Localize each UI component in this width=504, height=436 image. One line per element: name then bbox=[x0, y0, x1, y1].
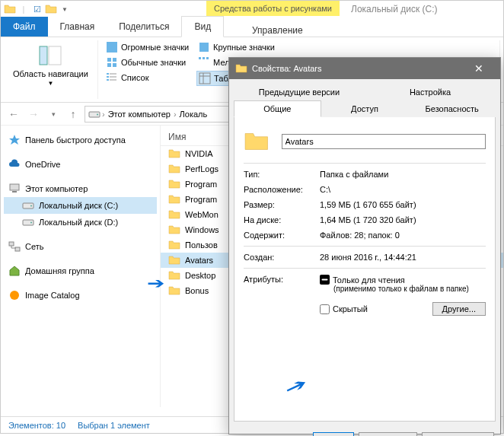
tree-quick-access[interactable]: Панель быстрого доступа bbox=[4, 132, 157, 148]
qat-sep: | bbox=[18, 3, 30, 15]
size-on-disk-label: На диске: bbox=[244, 215, 320, 224]
created-value: 28 июня 2016 г., 14:44:21 bbox=[320, 253, 486, 262]
folder-name-input[interactable] bbox=[282, 134, 486, 149]
tree-image-catalog[interactable]: Image Catalog bbox=[4, 287, 157, 304]
svg-rect-19 bbox=[110, 79, 116, 81]
tree-this-pc[interactable]: Этот компьютер bbox=[4, 180, 157, 197]
folder-icon bbox=[168, 239, 180, 251]
app-icon bbox=[4, 3, 16, 15]
file-name: Desktop bbox=[185, 271, 215, 280]
up-button[interactable]: ↑ bbox=[65, 106, 81, 123]
file-name: Пользов bbox=[185, 240, 218, 250]
tree-drive-c[interactable]: Локальный диск (C:) bbox=[4, 197, 157, 214]
location-value: C:\ bbox=[320, 185, 486, 194]
cancel-button[interactable]: Отмена bbox=[359, 432, 417, 436]
nav-pane-label: Область навигации bbox=[13, 69, 88, 78]
tab-manage[interactable]: Управление bbox=[237, 21, 318, 40]
view-normal[interactable]: Обычные значки bbox=[104, 56, 190, 69]
view-huge[interactable]: Огромные значки bbox=[104, 40, 190, 54]
dialog-titlebar: Свойства: Avatars ✕ bbox=[229, 58, 500, 79]
svg-rect-23 bbox=[206, 57, 209, 59]
hidden-label: Скрытый bbox=[333, 304, 368, 313]
type-label: Тип: bbox=[244, 170, 320, 179]
nav-pane-button[interactable]: Область навигации ▼ bbox=[10, 40, 91, 90]
recent-button[interactable]: ▾ bbox=[45, 106, 62, 123]
svg-rect-20 bbox=[199, 43, 209, 52]
tab-view[interactable]: Вид bbox=[181, 16, 224, 37]
file-name: Windows bbox=[185, 225, 219, 234]
folder-icon bbox=[168, 178, 180, 190]
svg-rect-21 bbox=[199, 57, 201, 59]
created-label: Создан: bbox=[244, 253, 320, 262]
folder-icon bbox=[168, 193, 180, 205]
svg-rect-22 bbox=[203, 57, 205, 59]
contains-value: Файлов: 28; папок: 0 bbox=[320, 231, 486, 240]
size-value: 1,59 МБ (1 670 655 байт) bbox=[320, 200, 486, 209]
window-title: Локальный диск (C:) bbox=[351, 4, 438, 14]
tab-file[interactable]: Файл bbox=[1, 17, 48, 37]
contextual-tab-label: Средства работы с рисунками bbox=[206, 1, 340, 16]
svg-rect-24 bbox=[199, 73, 210, 84]
close-button[interactable]: ✕ bbox=[464, 58, 494, 79]
hidden-checkbox[interactable] bbox=[320, 304, 330, 314]
tab-customize[interactable]: Настройка bbox=[365, 84, 496, 100]
tree-homegroup[interactable]: Домашняя группа bbox=[4, 263, 157, 279]
file-name: Avatars bbox=[185, 256, 213, 265]
svg-rect-17 bbox=[110, 73, 116, 75]
tab-general[interactable]: Общие bbox=[234, 100, 321, 117]
crumb-pc[interactable]: Этот компьютер bbox=[107, 110, 172, 119]
svg-rect-10 bbox=[107, 58, 111, 62]
tab-sharing[interactable]: Доступ bbox=[321, 100, 409, 117]
qat-folder-icon[interactable] bbox=[45, 3, 57, 15]
file-name: WebMon bbox=[185, 210, 219, 219]
svg-rect-15 bbox=[107, 76, 109, 78]
view-large[interactable]: Крупные значки bbox=[196, 40, 276, 54]
file-name: Bonus bbox=[185, 286, 209, 295]
svg-rect-18 bbox=[110, 76, 116, 78]
svg-rect-8 bbox=[49, 46, 61, 65]
tab-home[interactable]: Главная bbox=[48, 17, 107, 37]
file-name: NVIDIA bbox=[185, 149, 213, 158]
attributes-label: Атрибуты: bbox=[244, 275, 320, 284]
back-button[interactable]: ← bbox=[5, 106, 22, 123]
tree-network[interactable]: Сеть bbox=[4, 238, 157, 255]
dialog-title: Свойства: Avatars bbox=[252, 64, 322, 73]
folder-icon bbox=[168, 148, 180, 160]
file-name: PerfLogs bbox=[185, 164, 219, 173]
dialog-buttons: OK Отмена Применить bbox=[229, 426, 500, 436]
svg-rect-7 bbox=[40, 46, 47, 65]
chevron-right-icon: › bbox=[102, 110, 105, 119]
nav-tree: Панель быстрого доступа OneDrive Этот ко… bbox=[1, 126, 161, 407]
dialog-body: Тип:Папка с файлами Расположение:C:\ Раз… bbox=[234, 117, 496, 422]
status-selected: Выбран 1 элемент bbox=[78, 421, 150, 430]
svg-rect-16 bbox=[107, 79, 109, 81]
advanced-button[interactable]: Другие... bbox=[432, 302, 486, 316]
folder-icon bbox=[244, 126, 270, 157]
ok-button[interactable]: OK bbox=[313, 432, 354, 436]
file-name: Program bbox=[185, 180, 217, 189]
svg-rect-9 bbox=[107, 42, 117, 53]
properties-dialog: Свойства: Avatars ✕ Предыдущие версии На… bbox=[228, 57, 501, 434]
folder-icon bbox=[168, 208, 180, 221]
svg-rect-11 bbox=[113, 58, 116, 62]
type-value: Папка с файлами bbox=[320, 170, 486, 179]
readonly-sublabel: (применимо только к файлам в папке) bbox=[320, 285, 486, 293]
contains-label: Содержит: bbox=[244, 231, 320, 240]
tab-previous-versions[interactable]: Предыдущие версии bbox=[234, 84, 365, 100]
readonly-checkbox[interactable] bbox=[320, 275, 330, 285]
qat-dropdown-icon[interactable]: ▼ bbox=[59, 3, 71, 15]
tab-share[interactable]: Поделиться bbox=[107, 17, 181, 37]
svg-rect-12 bbox=[107, 63, 111, 67]
forward-button[interactable]: → bbox=[25, 106, 42, 123]
dialog-tabs: Предыдущие версии Настройка Общие Доступ… bbox=[229, 79, 500, 117]
apply-button[interactable]: Применить bbox=[422, 432, 494, 436]
qat-props-icon[interactable]: ☑ bbox=[31, 3, 43, 15]
view-list[interactable]: Список bbox=[104, 71, 190, 84]
drive-icon bbox=[88, 108, 100, 120]
folder-icon bbox=[168, 163, 180, 175]
tab-security[interactable]: Безопасность bbox=[408, 100, 496, 117]
tree-onedrive[interactable]: OneDrive bbox=[4, 156, 157, 173]
tree-drive-d[interactable]: Локальный диск (D:) bbox=[4, 214, 157, 231]
crumb-drive[interactable]: Локаль bbox=[178, 110, 209, 119]
folder-icon bbox=[168, 224, 180, 236]
